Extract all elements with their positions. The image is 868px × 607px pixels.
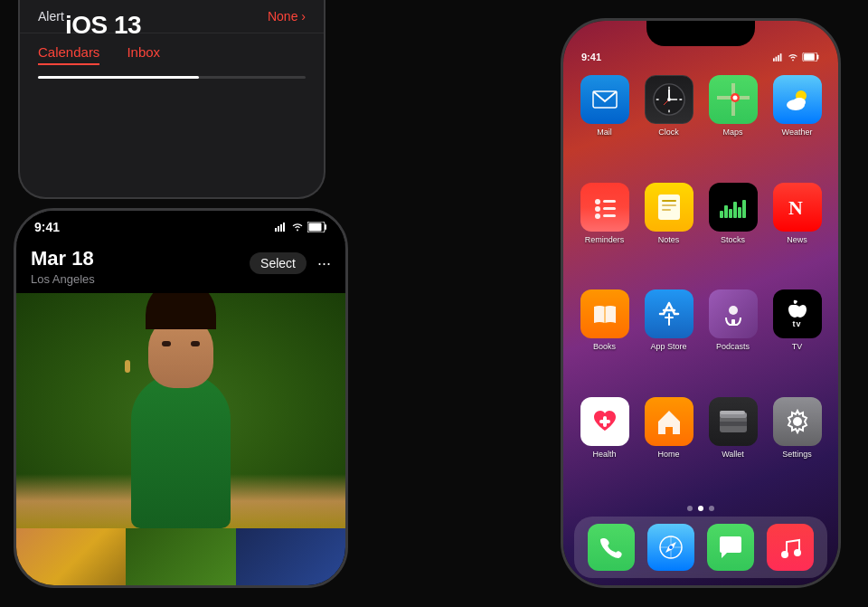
thumb-1[interactable]: [16, 528, 126, 585]
app-weather-label: Weather: [782, 128, 813, 137]
notes-svg: [655, 193, 684, 222]
person-body: [131, 375, 231, 528]
app-tv-icon[interactable]: tv: [773, 289, 822, 338]
svg-rect-2: [280, 224, 282, 232]
phone-call-svg: [599, 535, 624, 560]
stocks-bar-1: [720, 211, 723, 218]
photos-location: Los Angeles: [31, 272, 95, 286]
select-button[interactable]: Select: [250, 252, 307, 274]
person-hair: [146, 293, 216, 329]
status-icons: [275, 222, 327, 232]
tv-label-text: tv: [792, 319, 801, 328]
app-settings-icon[interactable]: [773, 397, 822, 446]
app-health-label: Health: [592, 450, 616, 459]
svg-rect-53: [720, 422, 747, 426]
battery-icon: [307, 222, 327, 232]
photos-date-location: Mar 18 Los Angeles: [31, 247, 95, 286]
svg-rect-10: [780, 53, 782, 62]
eye-left: [162, 341, 171, 346]
app-clock-icon[interactable]: [645, 75, 693, 124]
svg-point-54: [793, 417, 802, 426]
svg-rect-0: [275, 228, 277, 232]
svg-rect-52: [720, 411, 745, 414]
photos-header: Mar 18 Los Angeles Select ···: [16, 243, 345, 293]
dock-music-icon[interactable]: [767, 524, 814, 571]
tab-inbox[interactable]: Inbox: [127, 44, 160, 65]
app-home-wrap: Home: [642, 397, 695, 494]
svg-rect-47: [731, 319, 735, 325]
app-mail-icon[interactable]: [580, 75, 629, 124]
app-appstore-icon[interactable]: [645, 289, 693, 338]
svg-rect-40: [658, 194, 680, 220]
app-appstore-wrap: App Store: [642, 289, 695, 386]
dot-2: [698, 506, 703, 511]
app-notes-icon[interactable]: [645, 183, 693, 232]
app-health-icon[interactable]: [580, 397, 629, 446]
app-reminders-icon[interactable]: [580, 183, 629, 232]
weather-svg: [781, 83, 814, 116]
home-screen: 9:41 Mail: [563, 21, 838, 585]
dot-3: [709, 506, 714, 511]
home-status-icons: [773, 52, 820, 62]
app-notes-label: Notes: [658, 235, 680, 244]
svg-rect-49: [599, 420, 610, 423]
app-stocks-icon[interactable]: [709, 183, 758, 232]
dock-messages-icon[interactable]: [707, 524, 754, 571]
app-news-wrap: N News: [770, 183, 824, 280]
svg-rect-7: [773, 58, 775, 61]
books-svg: [590, 299, 619, 328]
photos-date: Mar 18: [31, 247, 95, 270]
thumb-2[interactable]: [126, 528, 235, 585]
main-photo: [16, 293, 345, 528]
app-wallet-icon[interactable]: [709, 397, 758, 446]
signal-icon: [275, 223, 288, 232]
reminders-svg: [590, 193, 619, 222]
app-stocks-label: Stocks: [721, 235, 745, 244]
app-clock-wrap: Clock: [642, 75, 695, 172]
app-maps-icon[interactable]: [709, 75, 758, 124]
app-news-icon[interactable]: N: [773, 183, 822, 232]
app-notes-wrap: Notes: [642, 183, 695, 280]
app-home-icon[interactable]: [645, 397, 693, 446]
notif-tabs: Calendars Inbox: [20, 33, 324, 76]
app-mail-label: Mail: [597, 128, 612, 137]
svg-point-36: [595, 213, 600, 219]
wallet-svg: [718, 409, 749, 434]
app-reminders-label: Reminders: [585, 235, 625, 244]
app-stocks-wrap: Stocks: [706, 183, 760, 280]
svg-rect-8: [776, 56, 778, 61]
svg-point-46: [729, 306, 738, 315]
music-svg: [778, 535, 803, 560]
dock-safari-icon[interactable]: [647, 524, 694, 571]
dock-phone-icon[interactable]: [588, 524, 635, 571]
wifi-icon: [291, 223, 304, 232]
app-settings-wrap: Settings: [770, 397, 824, 494]
app-clock-label: Clock: [658, 128, 679, 137]
app-tv-wrap: tv TV: [770, 289, 824, 386]
phone-notch: [646, 21, 755, 46]
app-weather-icon[interactable]: [773, 75, 822, 124]
dock: [574, 517, 827, 578]
phone-left-main: 9:41 Mar 18 Los Angeles Select ···: [14, 208, 348, 588]
svg-point-60: [781, 551, 788, 558]
app-books-icon[interactable]: [580, 289, 629, 338]
app-news-label: News: [787, 235, 807, 244]
more-button[interactable]: ···: [317, 254, 331, 273]
svg-rect-37: [603, 200, 616, 203]
tab-calendars[interactable]: Calendars: [38, 44, 99, 65]
safari-svg: [658, 535, 684, 560]
thumb-3[interactable]: [236, 528, 345, 585]
svg-rect-39: [603, 214, 616, 217]
eye-right: [191, 341, 200, 346]
app-podcasts-icon[interactable]: [709, 289, 758, 338]
phone-dock-area: [563, 500, 838, 585]
photos-screen: 9:41 Mar 18 Los Angeles Select ···: [16, 211, 345, 585]
stocks-bar-6: [742, 200, 746, 218]
app-maps-wrap: Maps: [706, 75, 760, 172]
svg-rect-43: [662, 209, 671, 211]
app-maps-label: Maps: [722, 128, 742, 137]
svg-rect-3: [283, 223, 285, 232]
notification-screen: Alert None › Calendars Inbox: [18, 0, 326, 199]
home-wifi-icon: [788, 53, 798, 62]
home-battery-icon: [802, 52, 820, 62]
